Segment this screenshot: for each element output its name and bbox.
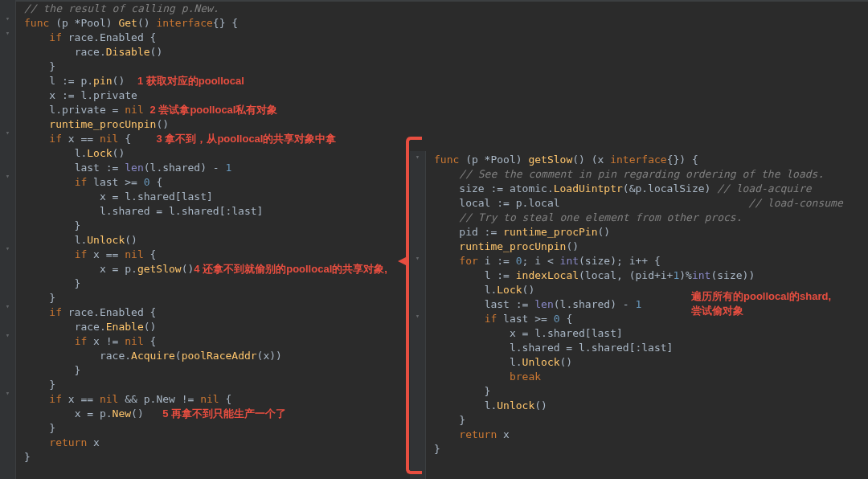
code-line: x = l.shared[last] xyxy=(24,190,410,204)
fold-icon[interactable]: ▾ xyxy=(3,172,12,181)
annotation-5: 5 再拿不到只能生产一个了 xyxy=(162,407,286,420)
code-line: size := atomic.LoadUintptr(&p.localSize)… xyxy=(434,182,860,196)
code-line: x = l.shared[last] xyxy=(434,326,860,341)
fold-icon[interactable]: ▾ xyxy=(3,14,12,23)
code-line: last := len(l.shared) - 1 xyxy=(24,161,410,175)
code-line: x = p.New() 5 再拿不到只能生产一个了 xyxy=(24,407,410,421)
fold-icon[interactable]: ▾ xyxy=(3,29,12,38)
code-line: if race.Enabled { xyxy=(24,305,410,320)
code-line: local := p.local // load-consume xyxy=(434,196,860,211)
left-code-panel[interactable]: ▾ ▾ ▾ ▾ ▾ ▾ ▾ ▾ // the result of calling… xyxy=(0,0,410,479)
gutter-left: ▾ ▾ ▾ ▾ ▾ ▾ ▾ ▾ xyxy=(0,0,16,479)
code-line: } xyxy=(24,219,410,233)
fold-icon[interactable]: ▾ xyxy=(3,302,12,311)
code-line: // the result of calling p.New. xyxy=(24,2,410,16)
code-line: return x xyxy=(24,436,410,450)
code-line: return x xyxy=(434,428,860,442)
code-line: runtime_procUnpin() xyxy=(24,117,410,132)
fold-icon[interactable]: ▾ xyxy=(3,129,12,137)
code-line: } xyxy=(24,421,410,436)
code-line: l.Lock() xyxy=(24,146,410,161)
code-line: pid := runtime_procPin() xyxy=(434,225,860,240)
annotation-1: 1 获取对应的poollocal xyxy=(137,75,244,87)
code-line: } xyxy=(24,378,410,392)
code-line: l.private = nil 2 尝试拿poollocal私有对象 xyxy=(24,103,410,117)
code-line: } xyxy=(24,450,410,465)
code-line: l.shared = l.shared[:last] xyxy=(434,341,860,355)
arrow-icon xyxy=(398,256,409,267)
code-line: } xyxy=(434,384,860,399)
code-line: if x == nil { 3 拿不到，从poollocal的共享对象中拿 xyxy=(24,132,410,146)
fold-icon[interactable]: ▾ xyxy=(3,389,12,398)
fold-icon[interactable]: ▾ xyxy=(3,244,12,253)
annotation-4: 4 还拿不到就偷别的poollocal的共享对象, xyxy=(194,263,387,275)
code-line: if x == nil { xyxy=(24,248,410,262)
code-line: if race.Enabled { xyxy=(24,31,410,45)
code-line: } xyxy=(24,363,410,378)
code-line: if x == nil && p.New != nil { xyxy=(24,392,410,407)
code-line: } xyxy=(24,59,410,74)
code-line: x = p.getSlow()4 还拿不到就偷别的poollocal的共享对象, xyxy=(24,262,410,276)
bracket-annotation xyxy=(406,137,422,474)
code-line: l.Unlock() xyxy=(24,233,410,248)
annotation-3: 3 拿不到，从poollocal的共享对象中拿 xyxy=(157,133,337,145)
code-line: l.Unlock() xyxy=(434,355,860,370)
code-line: for i := 0; i < int(size); i++ { xyxy=(434,254,860,268)
code-line: } xyxy=(24,291,410,305)
code-line: break xyxy=(434,370,860,384)
code-line: } xyxy=(24,276,410,291)
code-line: race.Disable() xyxy=(24,45,410,59)
annotation-2: 2 尝试拿poollocal私有对象 xyxy=(150,104,278,116)
code-line: if last >= 0 { xyxy=(24,175,410,190)
code-line: race.Acquire(poolRaceAddr(x)) xyxy=(24,349,410,363)
fold-icon[interactable]: ▾ xyxy=(3,331,12,340)
code-line: func (p *Pool) Get() interface{} { xyxy=(24,16,410,31)
code-line: // See the comment in pin regarding orde… xyxy=(434,167,860,182)
code-editor[interactable]: ▾ ▾ ▾ ▾ ▾ ▾ ▾ ▾ // the result of calling… xyxy=(0,0,868,479)
code-line: func (p *Pool) getSlow() (x interface{})… xyxy=(434,153,860,167)
right-code-panel[interactable]: ▾ ▾ ▾ func (p *Pool) getSlow() (x interf… xyxy=(410,0,860,479)
annotation-right: 遍历所有的poollocal的shard, 尝试偷对象 xyxy=(691,289,831,318)
code-line: if x != nil { xyxy=(24,334,410,349)
code-line: race.Enable() xyxy=(24,320,410,334)
code-line: l.Unlock() xyxy=(434,399,860,413)
code-line: } xyxy=(434,442,860,456)
code-line: l.shared = l.shared[:last] xyxy=(24,204,410,219)
code-line: l := p.pin() 1 获取对应的poollocal xyxy=(24,74,410,88)
code-line: // Try to steal one element from other p… xyxy=(434,211,860,225)
code-line: x := l.private xyxy=(24,88,410,103)
code-line: } xyxy=(434,413,860,428)
code-line: l := indexLocal(local, (pid+i+1)%int(siz… xyxy=(434,268,860,283)
code-line: runtime_procUnpin() xyxy=(434,240,860,254)
